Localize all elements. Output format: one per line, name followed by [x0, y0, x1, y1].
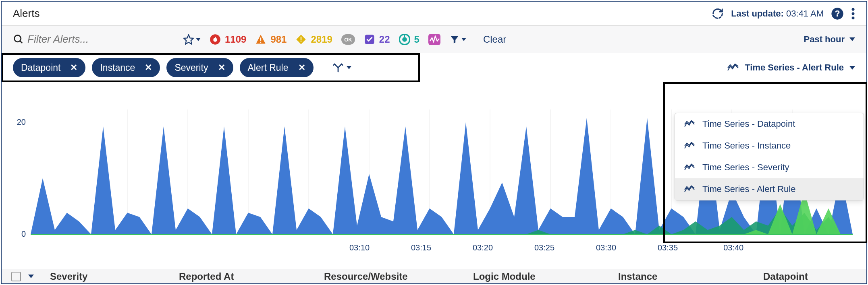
filter-alerts-input[interactable] [27, 33, 164, 45]
svg-rect-13 [301, 37, 301, 40]
x-axis: 03:1003:1503:2003:2503:3003:3503:40 [31, 243, 853, 254]
th-datapoint[interactable]: Datapoint [763, 271, 808, 282]
y-tick: 20 [10, 118, 26, 127]
funnel-filter[interactable] [449, 34, 466, 45]
dropdown-item-label: Time Series - Alert Rule [702, 184, 795, 194]
severity-warning-count[interactable]: 2819 [295, 34, 332, 45]
x-tick: 03:15 [411, 243, 431, 252]
th-severity[interactable]: Severity [50, 271, 87, 282]
x-tick: 03:10 [349, 243, 370, 252]
svg-rect-20 [404, 35, 405, 37]
anomaly-badge[interactable] [428, 34, 440, 45]
chip-highlight [2, 53, 420, 82]
search-icon [13, 34, 24, 45]
severity-critical-count[interactable]: 1109 [210, 34, 246, 45]
svg-text:OK: OK [344, 37, 352, 43]
svg-rect-14 [301, 41, 301, 42]
dropdown-item-severity[interactable]: Time Series - Severity [675, 157, 864, 178]
timerange-picker[interactable]: Past hour [804, 34, 855, 45]
svg-point-5 [15, 35, 21, 41]
last-update-time: 03:41 AM [786, 8, 824, 19]
kebab-menu-icon[interactable] [851, 7, 855, 20]
th-instance[interactable]: Instance [618, 271, 657, 282]
svg-rect-10 [260, 37, 261, 41]
timeseries-dropdown: Time Series - Datapoint Time Series - In… [675, 113, 864, 200]
x-tick: 03:40 [723, 243, 743, 252]
x-tick: 03:35 [658, 243, 678, 252]
x-tick: 03:25 [534, 243, 554, 252]
severity-ok-badge[interactable]: OK [341, 34, 355, 45]
timeseries-picker[interactable]: Time Series - Alert Rule [727, 62, 855, 73]
refresh-icon[interactable] [712, 8, 724, 20]
th-reported-at[interactable]: Reported At [179, 271, 234, 282]
sort-caret-icon[interactable] [28, 275, 34, 278]
svg-point-19 [402, 37, 407, 42]
svg-rect-11 [260, 41, 261, 42]
timeseries-picker-label: Time Series - Alert Rule [745, 62, 844, 73]
svg-text:?: ? [835, 8, 840, 18]
clear-button[interactable]: Clear [483, 34, 506, 45]
x-tick: 03:20 [473, 243, 493, 252]
dropdown-item-label: Time Series - Severity [702, 162, 789, 173]
dropdown-item-label: Time Series - Instance [702, 140, 791, 151]
severity-confirm-count[interactable]: 22 [364, 34, 390, 45]
severity-error-count[interactable]: 981 [255, 34, 287, 45]
page-title: Alerts [13, 7, 39, 20]
svg-point-2 [852, 8, 855, 10]
last-update-label: Last update: 03:41 AM [731, 8, 824, 19]
severity-ack-count[interactable]: 5 [399, 34, 419, 45]
th-resource[interactable]: Resource/Website [324, 271, 408, 282]
select-all-checkbox[interactable] [11, 272, 21, 281]
svg-marker-7 [184, 35, 193, 44]
dropdown-item-instance[interactable]: Time Series - Instance [675, 135, 864, 157]
filter-alerts-box[interactable] [13, 33, 174, 45]
y-tick: 0 [10, 229, 26, 239]
dropdown-item-label: Time Series - Datapoint [702, 119, 795, 129]
svg-point-4 [852, 17, 855, 19]
svg-point-3 [852, 12, 855, 15]
svg-line-6 [20, 41, 23, 43]
x-tick: 03:30 [596, 243, 616, 252]
alerts-table-header: Severity Reported At Resource/Website Lo… [2, 269, 866, 283]
dropdown-item-datapoint[interactable]: Time Series - Datapoint [675, 113, 864, 135]
favorites-filter[interactable] [183, 34, 201, 45]
dropdown-item-alert-rule[interactable]: Time Series - Alert Rule [675, 178, 864, 200]
th-logic-module[interactable]: Logic Module [473, 271, 536, 282]
help-icon[interactable]: ? [831, 7, 844, 20]
